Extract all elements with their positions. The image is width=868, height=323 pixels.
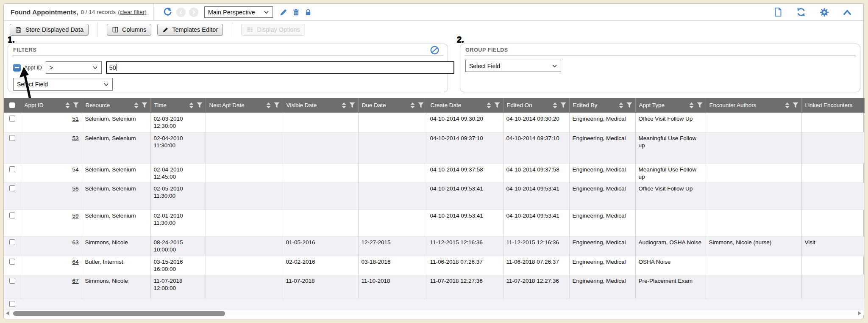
chevron-down-icon [103, 82, 109, 87]
row-checkbox[interactable] [9, 185, 15, 191]
row-checkbox[interactable] [9, 213, 15, 218]
column-header-resource[interactable]: Resource [82, 98, 150, 113]
column-header-next-apt-date[interactable]: Next Apt Date [206, 98, 283, 113]
sort-icon[interactable] [342, 102, 346, 108]
sort-icon[interactable] [785, 102, 790, 108]
refresh-icon[interactable] [796, 7, 806, 17]
perspective-select[interactable]: Main Perspective [204, 6, 273, 18]
scroll-left-arrow[interactable] [6, 311, 9, 315]
appt-id-link[interactable]: 64 [72, 259, 78, 265]
column-header-linked-encounters[interactable]: Linked Encounters [801, 98, 864, 113]
row-checkbox-cell [4, 183, 21, 210]
column-header-time[interactable]: Time [150, 98, 206, 113]
sort-icon[interactable] [619, 102, 623, 108]
filter-funnel-icon[interactable] [697, 102, 703, 108]
row-checkbox[interactable] [9, 166, 15, 172]
collapse-chevron-up-icon[interactable] [843, 8, 852, 16]
clear-filters-block-icon[interactable] [430, 45, 440, 55]
group-field-select[interactable]: Select Field [465, 60, 561, 72]
appt-id-link[interactable]: 51 [72, 116, 78, 122]
appt-id-link[interactable]: 59 [72, 213, 78, 219]
sort-icon[interactable] [689, 102, 694, 108]
cell-edited-by: Engineering, Medical [569, 237, 635, 256]
lock-perspective-icon[interactable] [304, 8, 312, 17]
column-header-appt-id[interactable]: Appt ID [21, 98, 82, 113]
appt-id-link[interactable]: 56 [72, 185, 78, 192]
edit-perspective-pencil-icon[interactable] [279, 8, 288, 17]
prev-perspective-button[interactable] [176, 8, 186, 17]
cell-visible-date [283, 163, 358, 183]
filter-funnel-icon[interactable] [793, 102, 798, 108]
filter-funnel-icon[interactable] [349, 102, 355, 108]
filters-heading: FILTERS [13, 47, 36, 53]
filter-operator-select[interactable]: > [46, 61, 102, 74]
cell-resource: Simmons, Nicole [82, 275, 150, 298]
cell-appt-id: 54 [21, 163, 82, 183]
sort-icon[interactable] [65, 102, 70, 108]
group-fields-divider [465, 55, 856, 55]
column-header-create-date[interactable]: Create Date [427, 98, 503, 113]
column-header-edited-on[interactable]: Edited On [503, 98, 569, 113]
row-checkbox[interactable] [9, 135, 15, 141]
undo-icon[interactable] [163, 7, 172, 17]
filter-funnel-icon[interactable] [494, 102, 500, 108]
grid-icon [246, 26, 253, 33]
remove-filter-minus-icon[interactable] [13, 64, 21, 72]
sort-icon[interactable] [487, 102, 491, 108]
sort-icon[interactable] [266, 102, 271, 108]
sort-icon[interactable] [134, 102, 139, 108]
next-perspective-button[interactable] [189, 8, 198, 17]
sort-icon[interactable] [410, 102, 415, 108]
scrollbar-thumb[interactable] [13, 311, 225, 316]
cell-appt-type: Audiogram, OSHA Noise [635, 237, 706, 256]
row-checkbox[interactable] [9, 239, 15, 245]
appt-id-link[interactable]: 54 [72, 166, 78, 173]
scroll-right-arrow[interactable] [858, 311, 861, 315]
cell-appt-type: OSHA Noise [635, 256, 706, 275]
column-header-edited-by[interactable]: Edited By [569, 98, 635, 113]
new-document-icon[interactable] [773, 7, 782, 17]
filter-funnel-icon[interactable] [560, 102, 566, 108]
filter-funnel-icon[interactable] [142, 102, 147, 108]
column-header-appt-type[interactable]: Appt Type [635, 98, 706, 113]
gear-icon[interactable] [820, 8, 829, 17]
filter-funnel-icon[interactable] [418, 102, 424, 108]
filter-funnel-icon[interactable] [73, 102, 79, 108]
row-checkbox[interactable] [9, 259, 15, 265]
top-bar: Found Appointments, 8 / 14 records (clea… [4, 4, 863, 21]
appt-id-link[interactable]: 53 [72, 135, 78, 141]
filter-value-input[interactable]: 50 [106, 61, 454, 74]
table-header-row: Appt IDResourceTimeNext Apt DateVisible … [4, 98, 864, 113]
column-header-visible-date[interactable]: Visible Date [283, 98, 358, 113]
cell-resource: Simmons, Nicole [82, 237, 150, 256]
column-header-due-date[interactable]: Due Date [358, 98, 427, 113]
delete-perspective-trash-icon[interactable] [292, 8, 300, 17]
annotation-2: 2. [457, 35, 464, 44]
toolbar-divider [97, 22, 98, 37]
cell-due-date: 12-27-2015 [358, 237, 427, 256]
store-displayed-data-button[interactable]: Store Displayed Data [10, 24, 89, 36]
row-checkbox[interactable] [9, 301, 15, 307]
templates-editor-button[interactable]: Templates Editor [157, 24, 223, 36]
filter-funnel-icon[interactable] [626, 102, 632, 108]
row-checkbox[interactable] [9, 116, 15, 121]
columns-button[interactable]: Columns [107, 24, 151, 36]
sort-icon[interactable] [553, 102, 557, 108]
appt-id-link[interactable]: 63 [72, 239, 78, 246]
cell-linked-encounters [801, 163, 864, 183]
select-all-checkbox[interactable] [4, 98, 21, 113]
group-fields-heading: GROUP FIELDS [465, 47, 508, 53]
appt-id-link[interactable]: 67 [72, 278, 78, 284]
cell-resource: Selenium, Selenium [82, 132, 150, 163]
add-filter-field-select[interactable]: Select Field [13, 78, 113, 91]
cell-due-date [358, 210, 427, 237]
filter-funnel-icon[interactable] [274, 102, 280, 108]
row-checkbox[interactable] [9, 278, 15, 284]
filter-funnel-icon[interactable] [197, 102, 203, 108]
clear-filter-link[interactable]: (clear filter) [118, 9, 147, 15]
sort-icon[interactable] [189, 102, 194, 108]
topbar-divider [153, 4, 154, 20]
cell-resource: Selenium, Selenium [82, 183, 150, 210]
horizontal-scrollbar[interactable] [4, 309, 863, 317]
column-header-encounter-authors[interactable]: Encounter Authors [706, 98, 801, 113]
